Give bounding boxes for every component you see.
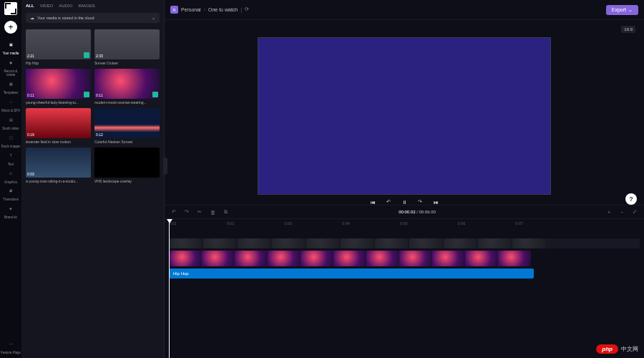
ruler-mark: 0:07 <box>515 221 523 226</box>
media-duration: 0:11 <box>96 93 103 97</box>
audio-clip[interactable]: Hip Hop <box>169 268 534 279</box>
video-clip[interactable] <box>169 251 534 266</box>
media-thumbnail[interactable]: 0:12 <box>94 108 160 138</box>
zoom-in-button[interactable]: + <box>605 210 613 215</box>
image-icon: ▢ <box>7 137 14 144</box>
ghost-frame <box>512 238 545 248</box>
pause-button[interactable]: ⏸ <box>400 200 409 205</box>
undo-button[interactable]: ↶ <box>170 209 177 215</box>
skip-back-button[interactable]: ⏮ <box>369 200 377 205</box>
text-icon: T <box>7 155 14 162</box>
rail-music-sfx[interactable]: ♪Music & SFX <box>0 98 21 116</box>
watermark: php 中文网 <box>596 344 638 354</box>
media-duration: 2:33 <box>96 54 103 58</box>
media-card[interactable]: 0:19lavander field in slow motion <box>26 108 91 144</box>
nav-rail: + ▣Your media ◉Record & create ▦Template… <box>0 0 21 358</box>
tab-audio[interactable]: AUDIO <box>59 4 72 8</box>
video-frame <box>399 251 432 266</box>
video-frame <box>235 251 268 266</box>
rail-text[interactable]: TText <box>0 152 21 170</box>
video-frame <box>301 251 333 266</box>
rail-your-media[interactable]: ▣Your media <box>0 41 21 59</box>
ghost-frame <box>238 238 270 248</box>
tab-video[interactable]: VIDEO <box>40 4 54 8</box>
media-card[interactable]: VHS landscape overlay <box>94 147 160 183</box>
media-card[interactable]: 2:21Hip Hop <box>26 29 91 65</box>
media-title: young-cheerful-lady-listening-to... <box>26 100 91 105</box>
duplicate-button[interactable]: ⧉ <box>222 209 229 215</box>
media-thumbnail[interactable]: 0:03 <box>26 147 91 178</box>
video-frame <box>366 251 399 266</box>
tab-images[interactable]: IMAGES <box>78 4 94 8</box>
delete-button[interactable]: 🗑 <box>209 210 216 215</box>
ruler-mark: 0:02 <box>227 221 235 226</box>
video-frame <box>268 251 301 266</box>
rail-graphics[interactable]: ◇Graphics <box>0 170 21 188</box>
shapes-icon: ◇ <box>7 173 14 180</box>
help-button[interactable]: ? <box>625 193 637 205</box>
media-title: modern-music-woman-wearing... <box>94 100 160 105</box>
cloud-message: Your media is stored in the cloud <box>37 16 94 20</box>
rail-templates[interactable]: ▦Templates <box>0 80 21 98</box>
ghost-frame <box>478 238 511 248</box>
brand-icon: ◈ <box>7 208 14 215</box>
skip-fwd-button[interactable]: ⏭ <box>431 200 440 205</box>
ghost-track[interactable] <box>169 238 640 248</box>
split-button[interactable]: ✂ <box>196 209 203 215</box>
media-duration: 0:03 <box>27 172 34 176</box>
media-duration: 2:21 <box>27 54 34 58</box>
media-thumbnail[interactable] <box>94 147 160 178</box>
ghost-frame <box>203 238 236 248</box>
aspect-ratio-selector[interactable]: 16:9 <box>621 26 635 33</box>
media-thumbnail[interactable]: 2:21 <box>26 29 91 59</box>
media-card[interactable]: 2:33Sunset Cruiser <box>94 29 160 65</box>
media-thumbnail[interactable]: 0:11 <box>94 69 160 99</box>
media-thumbnail[interactable]: 0:11 <box>26 69 91 99</box>
export-button[interactable]: Export ⌄ <box>606 5 638 15</box>
rail-stock-images[interactable]: ▢Stock images <box>0 134 21 152</box>
check-icon <box>84 92 89 97</box>
preview-canvas[interactable] <box>258 37 551 195</box>
media-thumbnail[interactable]: 2:33 <box>94 29 160 59</box>
replay-fwd-button[interactable]: ↷ <box>416 199 424 205</box>
rail-brand-kit[interactable]: ◈Brand kit <box>0 205 21 223</box>
video-frame <box>465 251 498 266</box>
media-title: Hip Hop <box>26 61 91 65</box>
media-card[interactable]: 0:03a-young-man-sitting-in-a-studio... <box>26 147 91 183</box>
audio-clip-label: Hip Hop <box>173 271 189 276</box>
ruler-mark: 0:05 <box>400 221 408 226</box>
rail-record-create[interactable]: ◉Record & create <box>0 59 21 80</box>
ghost-frame <box>375 238 408 248</box>
media-tabs: ALL VIDEO AUDIO IMAGES <box>21 0 164 11</box>
transitions-icon: ⇄ <box>7 190 14 197</box>
ghost-frame <box>272 238 305 248</box>
check-icon <box>152 92 158 97</box>
timeline[interactable]: 0:010:020:030:040:050:060:07 Hip Hop <box>165 219 644 358</box>
timecode: 00:00.02 / 00:06.00 <box>399 210 436 214</box>
camera-icon: ◉ <box>7 62 14 69</box>
project-name[interactable]: One to watch <box>208 7 238 12</box>
playhead[interactable] <box>169 219 170 358</box>
zoom-fit-button[interactable]: ⤢ <box>631 209 638 215</box>
redo-button[interactable]: ↷ <box>183 209 190 215</box>
music-icon: ♪ <box>7 101 14 108</box>
media-card[interactable]: 0:12Colorful Alaskan Sunset <box>94 108 160 144</box>
rail-stock-video[interactable]: ▤Stock video <box>0 116 21 134</box>
workspace-avatar[interactable]: N <box>170 6 178 14</box>
add-button[interactable]: + <box>4 21 17 34</box>
rail-transitions[interactable]: ⇄Transitions <box>0 187 21 205</box>
timeline-ruler[interactable]: 0:010:020:030:040:050:060:07 <box>165 219 644 226</box>
rail-feature-flags[interactable]: ⋯Feature Flags <box>0 340 21 358</box>
workspace-name[interactable]: Personal <box>181 7 201 12</box>
video-frame <box>333 251 366 266</box>
tab-all[interactable]: ALL <box>26 4 34 8</box>
video-frame <box>202 251 235 266</box>
replay-back-button[interactable]: ↶ <box>384 199 393 205</box>
cloud-storage-banner[interactable]: ☁ Your media is stored in the cloud ⌄ <box>26 13 160 23</box>
media-card[interactable]: 0:11modern-music-woman-wearing... <box>94 69 160 105</box>
media-card[interactable]: 0:11young-cheerful-lady-listening-to... <box>26 69 91 105</box>
zoom-out-button[interactable]: − <box>618 210 625 215</box>
ghost-frame <box>341 238 374 248</box>
media-thumbnail[interactable]: 0:19 <box>26 108 91 138</box>
chevron-down-icon: ⌄ <box>152 16 155 20</box>
